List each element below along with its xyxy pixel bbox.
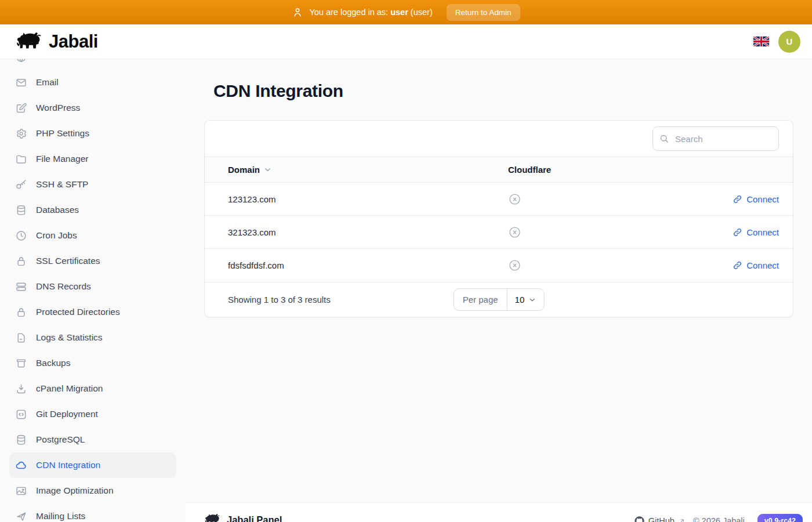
sidebar-item-ssh-sftp[interactable]: SSH & SFTP — [9, 172, 176, 197]
sort-chevron-down-icon — [263, 165, 272, 174]
sidebar-item-label: Backups — [36, 358, 70, 368]
document-icon — [15, 332, 27, 344]
sidebar-item-label: SSL Certificates — [36, 256, 100, 266]
folder-icon — [15, 153, 27, 165]
sidebar-item-backups[interactable]: Backups — [9, 350, 176, 376]
sidebar-item-email[interactable]: Email — [9, 70, 176, 95]
code-icon — [15, 408, 27, 420]
cdn-table-card: Domain Cloudflare 123123.com — [204, 120, 793, 317]
sidebar-item-logs-statistics[interactable]: Logs & Statistics — [9, 325, 176, 350]
column-header-domain[interactable]: Domain — [228, 165, 508, 175]
sidebar-item-cron-jobs[interactable]: Cron Jobs — [9, 223, 176, 248]
domain-cell: 321323.com — [228, 227, 508, 237]
copyright-text: © 2026 Jabali — [693, 516, 745, 522]
impersonation-bar: You are logged in as: user (user) Return… — [0, 0, 812, 24]
link-icon — [733, 194, 742, 204]
wordpress-icon — [15, 102, 27, 114]
logged-in-username: user — [390, 8, 408, 17]
column-header-cloudflare: Cloudflare — [508, 165, 657, 175]
cloud-icon — [15, 459, 27, 472]
domain-cell: 123123.com — [228, 194, 508, 204]
lock-icon — [15, 255, 27, 267]
sidebar-item-mailing-lists[interactable]: Mailing Lists — [9, 503, 176, 522]
github-icon — [635, 516, 644, 522]
logged-in-text: You are logged in as: user (user) — [309, 8, 432, 17]
brand-logo[interactable]: Jabali — [15, 31, 98, 52]
external-link-icon — [679, 518, 685, 522]
sidebar-item-file-manager[interactable]: File Manager — [9, 146, 176, 172]
table-row: 321323.com Connect — [205, 216, 793, 249]
sidebar-item-label: File Manager — [36, 154, 88, 164]
sidebar-item-ssl-certificates[interactable]: SSL Certificates — [9, 248, 176, 274]
boar-logo-icon — [204, 513, 222, 522]
sidebar-item-label: Databases — [36, 205, 79, 215]
per-page-label: Per page — [454, 289, 507, 310]
sidebar-item-cdn-integration[interactable]: CDN Integration — [9, 452, 176, 478]
gear-icon — [15, 128, 27, 140]
archive-icon — [15, 357, 27, 369]
database-icon — [15, 434, 27, 446]
connect-link[interactable]: Connect — [733, 194, 779, 204]
sidebar-nav: Email WordPress PHP Settings File Manage… — [0, 59, 186, 522]
results-summary: Showing 1 to 3 of 3 results — [228, 295, 331, 304]
sidebar-item-postgresql[interactable]: PostgreSQL — [9, 427, 176, 452]
disconnected-x-circle-icon — [508, 226, 521, 239]
version-badge: v0.9-rc42 — [757, 514, 803, 522]
sidebar-item-php-settings[interactable]: PHP Settings — [9, 121, 176, 146]
clock-icon — [15, 230, 27, 242]
connect-link[interactable]: Connect — [733, 260, 779, 270]
sidebar-item-dns-records[interactable]: DNS Records — [9, 274, 176, 299]
server-icon — [15, 281, 27, 293]
sidebar-item-label: Mailing Lists — [36, 511, 85, 521]
disconnected-x-circle-icon — [508, 193, 521, 206]
return-to-admin-button[interactable]: Return to Admin — [447, 4, 520, 21]
sidebar-item-wordpress[interactable]: WordPress — [9, 95, 176, 121]
sidebar-item-label: Git Deployment — [36, 409, 98, 419]
uk-flag-icon — [753, 37, 769, 46]
sidebar-item-label: WordPress — [36, 103, 80, 113]
table-body: 123123.com Connect 321323.com — [205, 183, 793, 282]
cloudflare-status-cell — [508, 193, 657, 206]
main-content: CDN Integration Domain Cloudflare — [186, 59, 812, 522]
page-title: CDN Integration — [213, 81, 812, 101]
download-icon — [15, 383, 27, 395]
per-page-value: 10 — [515, 295, 525, 304]
table-header-row: Domain Cloudflare — [205, 157, 793, 183]
sidebar-item-git-deployment[interactable]: Git Deployment — [9, 401, 176, 427]
email-icon — [15, 77, 27, 89]
sidebar-item-databases[interactable]: Databases — [9, 197, 176, 223]
github-link[interactable]: GitHub — [635, 516, 685, 522]
key-icon — [15, 179, 27, 191]
table-toolbar — [205, 121, 793, 157]
footer-brand-name: Jabali Panel — [227, 514, 282, 522]
table-row: 123123.com Connect — [205, 183, 793, 216]
user-avatar[interactable]: U — [778, 31, 800, 53]
connect-link[interactable]: Connect — [733, 227, 779, 237]
globe-icon — [15, 59, 27, 63]
user-icon — [292, 6, 303, 18]
search-input[interactable] — [652, 126, 779, 151]
database-icon — [15, 204, 27, 216]
footer-brand: Jabali Panel — [204, 513, 282, 522]
sidebar-item-label: SSH & SFTP — [36, 179, 88, 190]
per-page-select[interactable]: Per page 10 — [454, 288, 545, 311]
table-footer: Showing 1 to 3 of 3 results Per page 10 — [205, 282, 793, 317]
sidebar-item-label: Image Optimization — [36, 485, 114, 496]
language-flag-button[interactable] — [753, 37, 769, 46]
cloudflare-status-cell — [508, 259, 657, 272]
sidebar-item-clipped — [9, 59, 176, 70]
domain-cell: fdsfsdfdsf.com — [228, 260, 508, 270]
sidebar-item-label: cPanel Migration — [36, 383, 103, 394]
sidebar-item-cpanel-migration[interactable]: cPanel Migration — [9, 376, 176, 401]
sidebar-item-image-optimization[interactable]: Image Optimization — [9, 478, 176, 503]
sidebar-item-list: Email WordPress PHP Settings File Manage… — [9, 70, 176, 522]
boar-logo-icon — [15, 31, 44, 52]
sidebar-item-label: DNS Records — [36, 281, 91, 292]
sidebar-item-label: Logs & Statistics — [36, 332, 103, 343]
cloudflare-status-cell — [508, 226, 657, 239]
sidebar-item-label: Protected Directories — [36, 307, 120, 317]
search-icon — [659, 133, 669, 144]
disconnected-x-circle-icon — [508, 259, 521, 272]
table-row: fdsfsdfdsf.com Connect — [205, 249, 793, 282]
sidebar-item-protected-directories[interactable]: Protected Directories — [9, 299, 176, 325]
